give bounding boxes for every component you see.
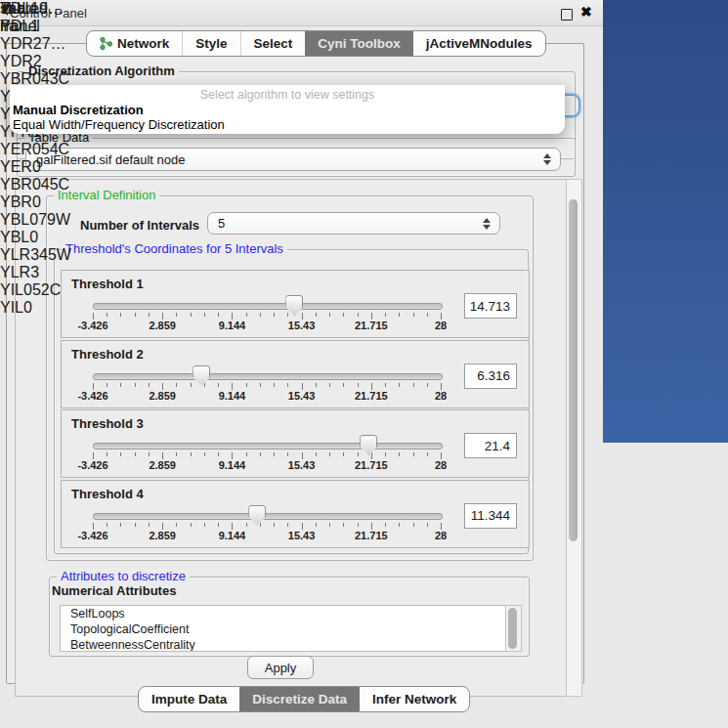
slider-tick [260, 313, 261, 317]
slider-tick [441, 383, 442, 390]
tab-infer-network[interactable]: Infer Network [360, 687, 469, 711]
tab-label: Network [117, 36, 169, 51]
slider-tick-label: 28 [435, 530, 447, 541]
slider-tick [274, 313, 275, 317]
network-icon [100, 36, 112, 51]
tab-network[interactable]: Network [87, 31, 182, 56]
slider-tick [287, 313, 288, 317]
slider-tick [232, 523, 233, 530]
table-row[interactable]: YLR345WYLR3 [0, 246, 73, 281]
table-data-combobox[interactable]: galFiltered.sif default node [25, 148, 561, 171]
threshold-slider-thumb[interactable] [193, 365, 210, 386]
threshold-value-field[interactable]: 14.713 [464, 293, 517, 319]
table-row[interactable]: YDR27…YDR2 [0, 35, 73, 70]
combo-stepper-icon [483, 218, 491, 230]
number-of-intervals-combobox[interactable]: 5 [207, 212, 500, 235]
numerical-attributes-list[interactable]: SelfLoopsTopologicalCoefficientBetweenne… [60, 605, 507, 652]
slider-tick [287, 523, 288, 527]
algorithm-dropdown-popup: Select algorithm to view settings Manual… [10, 85, 565, 134]
slider-tick [427, 452, 428, 456]
threshold-slider-thumb[interactable] [248, 505, 266, 526]
threshold-row: Threshold 3-3.4262.8599.14415.4321.71528… [61, 409, 530, 478]
number-of-intervals-value: 5 [218, 216, 225, 231]
slider-tick [204, 523, 205, 527]
slider-tick [302, 313, 303, 320]
slider-tick [260, 452, 261, 456]
attribute-list-item[interactable]: SelfLoops [61, 606, 506, 621]
threshold-row: Threshold 1-3.4262.8599.14415.4321.71528… [61, 270, 530, 338]
slider-tick [358, 383, 359, 387]
threshold-slider-thumb[interactable] [360, 435, 377, 455]
close-icon[interactable]: ✖ [580, 4, 592, 20]
float-window-icon[interactable] [561, 9, 573, 21]
slider-tick-label: 2.859 [149, 530, 176, 541]
threshold-value-field[interactable]: 21.4 [464, 433, 517, 458]
algorithm-option-equal-width[interactable]: Equal Width/Frequency Discretization [13, 117, 225, 132]
table-row[interactable]: YDL19…YDL1 [0, 0, 73, 35]
slider-tick [427, 313, 428, 317]
table-cell: YER054C [0, 141, 73, 158]
apply-button[interactable]: Apply [247, 656, 314, 679]
attributes-group: Attributes to discretize Numerical Attri… [49, 577, 530, 657]
slider-tick-label: -3.426 [77, 530, 107, 541]
threshold-slider-track[interactable] [93, 443, 443, 450]
table-row[interactable]: YER054CYER0 [0, 141, 73, 176]
threshold-label: Threshold 1 [71, 277, 144, 291]
threshold-slider-track[interactable] [93, 513, 443, 520]
algorithm-hint-option[interactable]: Select algorithm to view settings [10, 88, 565, 102]
tab-label: jActiveMNodules [426, 36, 533, 51]
table-row[interactable]: YIL052CYIL0 [0, 281, 73, 317]
slider-tick [232, 313, 233, 320]
slider-tick [120, 313, 121, 317]
slider-tick [274, 383, 275, 387]
slider-tick-label: -3.426 [77, 459, 107, 471]
threshold-row: Threshold 2-3.4262.8599.14415.4321.71528… [61, 340, 530, 408]
tab-jactivemnodules[interactable]: jActiveMNodules [413, 31, 545, 56]
slider-tick [204, 452, 205, 456]
table-row[interactable]: YBL079WYBL0 [0, 211, 73, 246]
slider-tick-label: 9.144 [219, 459, 246, 471]
slider-tick [204, 313, 205, 317]
table-row[interactable]: YBR045CYBR0 [0, 176, 73, 211]
slider-tick [343, 523, 344, 527]
slider-tick [427, 383, 428, 387]
slider-tick [274, 452, 275, 456]
panel-vertical-scrollbar[interactable] [566, 179, 582, 697]
tab-style[interactable]: Style [182, 31, 239, 56]
slider-tick [371, 523, 372, 530]
attribute-list-item[interactable]: BetweennessCentrality [61, 637, 506, 652]
slider-tick [385, 523, 386, 527]
tab-discretize-data[interactable]: Discretize Data [239, 687, 360, 711]
algorithm-option-manual[interactable]: Manual Discretization [13, 103, 144, 117]
slider-tick [135, 313, 136, 317]
tab-select[interactable]: Select [240, 31, 306, 56]
threshold-slider-track[interactable] [93, 373, 443, 380]
tab-cyni-toolbox[interactable]: Cyni Toolbox [305, 31, 413, 56]
numerical-attributes-label: Numerical Attributes [52, 583, 176, 598]
tab-impute-data[interactable]: Impute Data [139, 687, 239, 711]
cyni-mode-tab-bar: Impute DataDiscretize DataInfer Network [138, 686, 470, 712]
threshold-value-field[interactable]: 6.316 [464, 364, 517, 389]
slider-tick [371, 452, 372, 459]
slider-tick [287, 452, 288, 456]
slider-tick-label: 9.144 [219, 530, 246, 541]
slider-tick-label: 2.859 [149, 390, 176, 402]
attributes-scrollbar-thumb[interactable] [508, 608, 517, 649]
slider-tick [176, 383, 177, 387]
panel-scrollbar-thumb[interactable] [569, 199, 578, 541]
slider-tick [329, 523, 330, 527]
slider-tick [107, 383, 107, 387]
table-cell: YBR0 [0, 193, 73, 211]
attributes-scrollbar[interactable] [505, 605, 522, 652]
threshold-value-field[interactable]: 11.344 [464, 503, 517, 529]
threshold-slider-track[interactable] [93, 303, 443, 310]
slider-tick [107, 452, 107, 456]
slider-tick [204, 383, 205, 387]
slider-tick-label: 15.43 [288, 459, 316, 471]
attribute-list-item[interactable]: TopologicalCoefficient [61, 621, 506, 637]
number-of-intervals-label: Number of Intervals [80, 218, 199, 233]
slider-tick [135, 452, 136, 456]
slider-tick [385, 452, 386, 456]
slider-tick [149, 452, 150, 456]
table-cell: YDL1 [0, 18, 73, 35]
